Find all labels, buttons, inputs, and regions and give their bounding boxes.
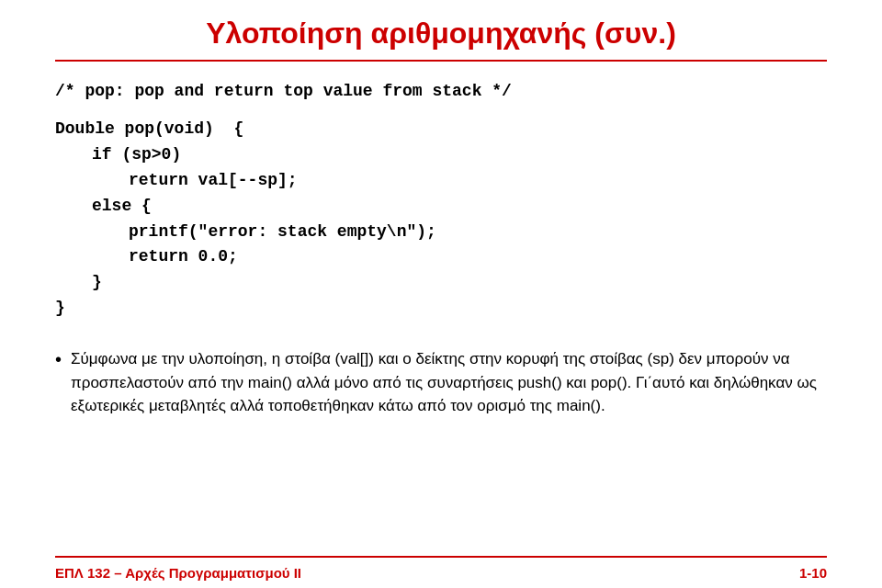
bullet-text: Σύμφωνα με την υλοποίηση, η στοίβα (val[…	[71, 347, 827, 418]
code-line-3: else {	[55, 194, 827, 220]
bullet-section: • Σύμφωνα με την υλοποίηση, η στοίβα (va…	[55, 347, 827, 418]
code-line-6: }	[55, 270, 827, 296]
comment-line: /* pop: pop and return top value from st…	[55, 82, 827, 100]
code-line-7: }	[55, 296, 827, 322]
code-line-2: return val[--sp];	[55, 168, 827, 194]
content-area: /* pop: pop and return top value from st…	[55, 82, 827, 556]
footer: ΕΠΛ 132 – Αρχές Προγραμματισμού ΙΙ 1-10	[55, 556, 827, 588]
footer-page: 1-10	[799, 565, 827, 581]
title-section: Υλοποίηση αριθμομηχανής (συν.)	[55, 0, 827, 62]
footer-course: ΕΠΛ 132 – Αρχές Προγραμματισμού ΙΙ	[55, 565, 301, 581]
code-line-5: return 0.0;	[55, 244, 827, 270]
code-line-0: Double pop(void) {	[55, 117, 827, 142]
code-line-1: if (sp>0)	[55, 142, 827, 168]
page-container: Υλοποίηση αριθμομηχανής (συν.) /* pop: p…	[0, 0, 882, 588]
code-block: Double pop(void) { if (sp>0) return val[…	[55, 117, 827, 322]
code-line-4: printf("error: stack empty\n");	[55, 220, 827, 245]
page-title: Υλοποίηση αριθμομηχανής (συν.)	[206, 17, 676, 50]
bullet-dot: •	[55, 349, 62, 370]
